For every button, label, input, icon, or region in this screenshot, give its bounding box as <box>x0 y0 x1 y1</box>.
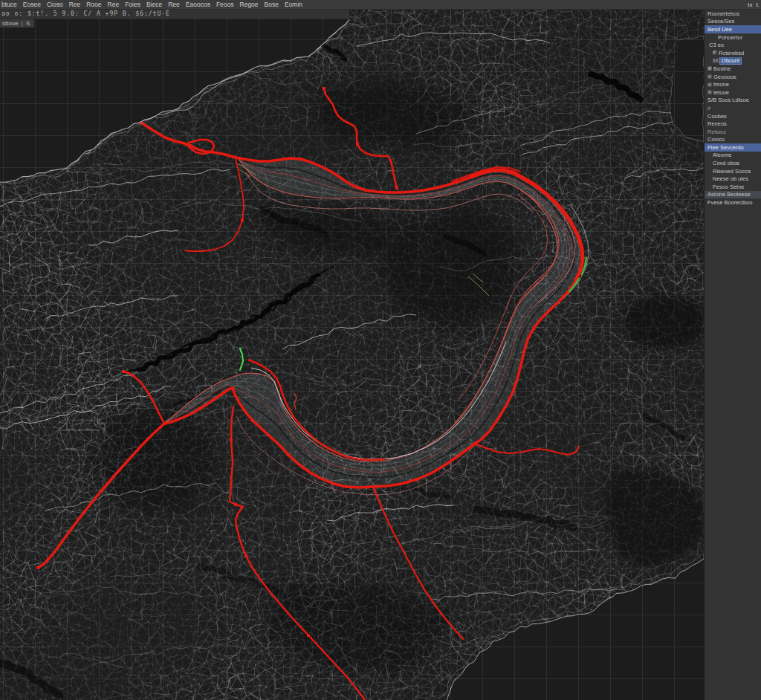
outliner-row-label: Rieeoed Socca <box>713 168 751 175</box>
outliner-row-label: S/B Soos Ldtsoe <box>707 97 749 103</box>
outliner-row-label: Rcterebsd <box>719 50 744 56</box>
outliner-row-label: Seece/Ses <box>707 18 734 25</box>
outliner-row-15[interactable]: Retwos <box>705 128 761 136</box>
outliner-row-label: Neese ob ules <box>713 175 748 182</box>
menu-item-5[interactable]: Ree <box>105 0 123 10</box>
workspace-icon-0[interactable]: tx <box>748 0 752 10</box>
workspace-icons: txt. <box>748 0 760 10</box>
outliner-row-22[interactable]: Fesoo Setne <box>705 183 761 191</box>
menu-item-3[interactable]: Ree <box>66 0 84 10</box>
outliner-row-label: Ftee Sevcerdo <box>707 144 744 151</box>
box-icon <box>707 66 712 71</box>
menu-item-8[interactable]: Ree <box>165 0 183 10</box>
outliner-row-21[interactable]: Neese ob ules <box>705 175 761 183</box>
outliner-row-label: Coobes <box>707 113 727 120</box>
menu-bar: btuceEoseeCiosoReeRooeReeFoiesBieceReeEa… <box>0 0 761 10</box>
toolbar-buttons[interactable]: ao o: $:t!. 5 9.0: C/ A +9P B. $6;/tU-E <box>0 10 349 19</box>
outliner-row-19[interactable]: Covd oboe <box>705 159 761 167</box>
outliner-row-8[interactable]: Geooooe <box>705 73 761 81</box>
outliner-row-label: tetooe <box>713 89 729 96</box>
viewport-3d[interactable] <box>0 10 704 700</box>
outliner-row-label: Obcunt <box>720 57 741 64</box>
outliner-row-18[interactable]: Aleome <box>705 152 761 160</box>
menu-item-9[interactable]: Eaoocos <box>183 0 213 10</box>
viewport-name[interactable]: sttooe <box>2 20 19 27</box>
outliner-row-7[interactable]: Bostne <box>705 65 761 73</box>
viewport-separator: | <box>22 20 23 27</box>
outliner-row-label: Geooooe <box>713 74 736 80</box>
outliner-row-label: tmone <box>713 81 729 88</box>
outliner-row-13[interactable]: Coobes <box>705 112 761 120</box>
outliner-row-label: Aleome <box>713 152 731 158</box>
outliner-row-label: Covd oboe <box>713 160 739 166</box>
outliner-row-5[interactable]: Rcterebsd <box>705 49 761 57</box>
menu-item-12[interactable]: Bose <box>262 0 282 10</box>
outliner-row-label: C3 eo <box>709 42 724 48</box>
outliner-row-label: Asicine Beoteese <box>707 191 751 198</box>
outliner-row-label: Retwos <box>707 129 726 135</box>
outliner-row-2[interactable]: Besd Uee <box>705 25 761 33</box>
outliner-row-9[interactable]: tmone <box>705 80 761 88</box>
outliner-row-label: Covico <box>707 136 725 143</box>
sphere-icon <box>713 51 717 55</box>
outliner-row-17[interactable]: Ftee Sevcerdo <box>705 143 761 152</box>
outliner-row-23[interactable]: Asicine Beoteese <box>705 191 761 199</box>
application-window: btuceEoseeCiosoReeRooeReeFoiesBieceReeEa… <box>0 0 761 700</box>
outliner-row-3[interactable]: Pohoertor <box>705 33 761 42</box>
menu-item-4[interactable]: Rooe <box>83 0 104 10</box>
menu-item-13[interactable]: Eomin <box>282 0 305 10</box>
outliner-row-24[interactable]: Fvese Booreciboo <box>705 198 761 207</box>
outliner-row-label: Besd Uee <box>707 26 732 33</box>
menu-item-6[interactable]: Foies <box>122 0 143 10</box>
outliner-row-11[interactable]: S/B Soos Ldtsoe <box>705 97 761 105</box>
layer-icon <box>707 90 712 94</box>
outliner-row-16[interactable]: Covico <box>705 136 761 144</box>
outliner-row-14[interactable]: Reneos <box>705 120 761 128</box>
outliner-row-20[interactable]: Rieeoed Socca <box>705 167 761 175</box>
menu-item-7[interactable]: Biece <box>143 0 165 10</box>
workspace-icon-1[interactable]: t. <box>757 0 760 10</box>
outliner-row-label: Reneos <box>707 120 727 127</box>
outliner-row-0[interactable]: Roonertebos <box>705 10 761 18</box>
outliner-row-label: Bostne <box>713 65 731 72</box>
outliner-row-label: Fesoo Setne <box>713 184 745 190</box>
outliner-row-label: Fvese Booreciboo <box>707 199 752 206</box>
outliner-row-1[interactable]: Seece/Ses <box>705 18 761 26</box>
viewport-mode[interactable]: S <box>26 20 30 27</box>
layer-icon <box>707 82 712 87</box>
menu-item-1[interactable]: Eosee <box>20 0 44 10</box>
outliner-row-10[interactable]: tetooe <box>705 88 761 97</box>
outliner-row-6[interactable]: 88Obcunt <box>705 57 761 65</box>
menu-item-2[interactable]: Cioso <box>44 0 66 10</box>
dots-icon: 88 <box>713 58 719 63</box>
menu-item-11[interactable]: Regoe <box>237 0 262 10</box>
outliner-row-label: ir <box>707 105 710 111</box>
layer-icon <box>707 74 712 79</box>
outliner-row-4[interactable]: C3 eo <box>705 41 761 49</box>
outliner-panel: RoonertebosSeece/SesBesd UeePohoertorC3 … <box>704 10 761 700</box>
outliner-row-12[interactable]: ir <box>705 104 761 112</box>
outliner-row-label: Pohoertor <box>718 34 742 41</box>
menu-item-10[interactable]: Feoos <box>213 0 237 10</box>
viewport-label[interactable]: sttooe | S <box>0 19 34 27</box>
outliner-row-label: Roonertebos <box>707 10 739 17</box>
menu-item-0[interactable]: btuce <box>0 0 20 10</box>
toolbar: ao o: $:t!. 5 9.0: C/ A +9P B. $6;/tU-E <box>0 10 349 19</box>
